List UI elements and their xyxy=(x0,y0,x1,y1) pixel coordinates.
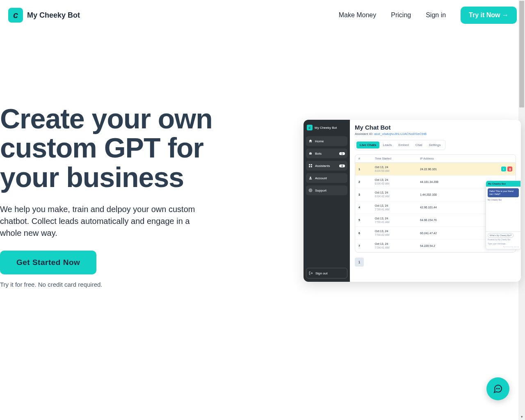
hero-note: Try it for free. No credit card required… xyxy=(0,281,262,288)
table-row[interactable]: 1Oct 13, 248:04:50 AM24.22.90.101i🗑 xyxy=(355,163,516,176)
chat-bubble-button[interactable] xyxy=(486,377,509,400)
svg-point-2 xyxy=(311,153,311,154)
tab-leads[interactable]: Leads xyxy=(379,142,395,148)
try-now-button[interactable]: Try it Now → xyxy=(461,7,517,24)
header: c My Cheeky Bot Make Money Pricing Sign … xyxy=(0,0,525,30)
sidebar-item-label: Support xyxy=(315,189,326,192)
sidebar-item-label: Account xyxy=(315,176,327,180)
hero-title: Create your own custom GPT for your busi… xyxy=(0,104,262,192)
nav-pricing[interactable]: Pricing xyxy=(391,11,411,19)
svg-point-13 xyxy=(499,388,500,389)
preview-tabs: Live Chats Leads Embed Chat Settings xyxy=(355,140,445,150)
svg-rect-6 xyxy=(309,166,310,167)
svg-point-10 xyxy=(310,189,311,191)
assistants-badge: 4 xyxy=(339,164,345,167)
nav: Make Money Pricing Sign in Try it Now → xyxy=(339,7,517,24)
hero-content: Create your own custom GPT for your busi… xyxy=(0,104,262,288)
info-action[interactable]: i xyxy=(501,167,506,171)
sign-out-button[interactable]: Sign out xyxy=(306,268,347,278)
row-time: Oct 13, 247:54:42 AM xyxy=(375,229,420,237)
col-time: Time Started xyxy=(375,157,420,160)
row-num: 6 xyxy=(358,232,375,235)
sidebar-item-label: Assistants xyxy=(315,164,330,168)
chat-suggestion[interactable]: What's My Cheeky Bot? xyxy=(488,233,514,238)
life-ring-icon xyxy=(308,188,313,192)
preview-sidebar: c My Cheeky Bot Home Bots 1 Assistants 4 xyxy=(304,120,350,282)
svg-rect-0 xyxy=(309,153,312,154)
hero-subtitle: We help you make, train and delpoy your … xyxy=(0,203,213,239)
svg-rect-5 xyxy=(311,164,312,165)
app-preview: c My Cheeky Bot Home Bots 1 Assistants 4 xyxy=(304,120,521,282)
svg-point-11 xyxy=(496,388,497,389)
tab-settings[interactable]: Settings xyxy=(426,142,444,148)
row-time: Oct 13, 247:59:41 AM xyxy=(375,204,420,211)
sign-out-icon xyxy=(309,271,313,275)
table-header: # Time Started IP Address xyxy=(355,155,516,163)
svg-point-8 xyxy=(310,177,311,178)
chat-terms: By interacting, you ag xyxy=(488,246,519,248)
col-num: # xyxy=(358,157,375,160)
col-ip: IP Address xyxy=(420,157,512,160)
user-icon xyxy=(308,176,313,180)
svg-rect-3 xyxy=(310,152,311,153)
assistant-id-row: Assistant ID: asst_oIwkqhoJihLUJACNoDSeC… xyxy=(355,132,516,136)
row-time: Oct 13, 248:04:42 AM xyxy=(375,178,420,185)
row-num: 5 xyxy=(358,219,375,221)
sidebar-item-bots[interactable]: Bots 1 xyxy=(306,148,347,158)
chat-sender: My Cheeky Bot xyxy=(488,199,519,201)
preview-logo-icon: c xyxy=(307,125,313,130)
home-icon xyxy=(308,139,313,143)
robot-icon xyxy=(308,151,313,155)
svg-rect-4 xyxy=(309,164,310,165)
sidebar-item-home[interactable]: Home xyxy=(306,136,347,146)
svg-point-9 xyxy=(309,189,312,192)
row-num: 3 xyxy=(358,193,375,196)
sidebar-item-assistants[interactable]: Assistants 4 xyxy=(306,161,347,171)
nav-sign-in[interactable]: Sign in xyxy=(426,11,446,19)
assistant-id-label: Assistant ID: xyxy=(355,132,374,136)
preview-brand-name: My Cheeky Bot xyxy=(315,126,337,130)
chat-widget-body: Hello! This is your friend can I help? M… xyxy=(486,187,520,231)
row-time: Oct 13, 247:59:41 AM xyxy=(375,217,420,224)
tab-chat[interactable]: Chat xyxy=(412,142,426,148)
page-1[interactable]: 1 xyxy=(355,258,364,267)
row-time: Oct 13, 248:04:50 AM xyxy=(375,165,420,173)
chat-icon xyxy=(493,384,503,394)
nav-make-money[interactable]: Make Money xyxy=(339,11,377,19)
sidebar-item-account[interactable]: Account xyxy=(306,173,347,183)
sidebar-item-label: Bots xyxy=(315,152,322,155)
chat-widget-footer: What's My Cheeky Bot? Powered by My Chee… xyxy=(486,231,520,249)
svg-rect-7 xyxy=(311,166,312,167)
preview-brand: c My Cheeky Bot xyxy=(306,123,347,132)
preview-main: My Chat Bot Assistant ID: asst_oIwkqhoJi… xyxy=(350,120,521,282)
row-num: 2 xyxy=(358,180,375,183)
sidebar-item-support[interactable]: Support xyxy=(306,185,347,195)
chat-input[interactable]: Type your message... xyxy=(488,242,519,246)
sidebar-item-label: Home xyxy=(315,139,324,143)
grid-icon xyxy=(308,164,313,168)
row-ip: 24.22.90.101 xyxy=(420,168,501,171)
row-num: 7 xyxy=(358,244,375,247)
chat-message: Hello! This is your friend can I help? xyxy=(488,188,519,197)
preview-title: My Chat Bot xyxy=(355,124,516,131)
svg-point-12 xyxy=(498,388,498,389)
tab-live-chats[interactable]: Live Chats xyxy=(356,142,379,148)
row-num: 1 xyxy=(358,168,375,171)
pager: 1 xyxy=(355,258,516,267)
svg-point-1 xyxy=(310,153,310,154)
chat-widget: My Cheeky Bot Hello! This is your friend… xyxy=(486,180,521,249)
row-num: 4 xyxy=(358,206,375,209)
scroll-thumb[interactable] xyxy=(519,1,524,107)
logo-icon: c xyxy=(8,8,23,23)
chat-widget-title: My Cheeky Bot xyxy=(486,181,520,187)
bots-badge: 1 xyxy=(339,152,345,155)
sign-out-label: Sign out xyxy=(315,272,327,275)
brand-name: My Cheeky Bot xyxy=(27,11,80,20)
tab-embed[interactable]: Embed xyxy=(395,142,412,148)
brand[interactable]: c My Cheeky Bot xyxy=(8,8,80,23)
get-started-button[interactable]: Get Started Now xyxy=(0,251,96,274)
row-time: Oct 13, 248:04:42 AM xyxy=(375,191,420,198)
scroll-down-icon[interactable]: ▾ xyxy=(518,413,525,420)
assistant-id-link[interactable]: asst_oIwkqhoJihLUJACNoDSeCtnB xyxy=(374,132,427,136)
delete-action[interactable]: 🗑 xyxy=(507,167,512,171)
